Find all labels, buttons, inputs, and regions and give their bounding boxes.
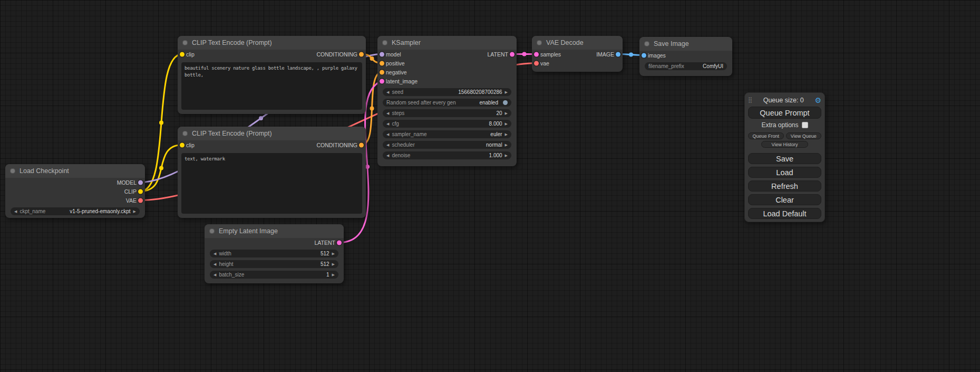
vae-output-dot[interactable] [138,198,143,203]
decrement-arrow-icon[interactable]: ◀ [386,90,389,94]
latent-image-input-dot[interactable] [380,79,384,83]
model-output-dot[interactable] [138,180,143,185]
load-default-button[interactable]: Load Default [748,208,821,219]
collapse-dot[interactable] [382,40,387,45]
slot-label: CONDITIONING [316,51,357,58]
view-queue-button[interactable]: View Queue [786,132,822,139]
node-titlebar[interactable]: CLIP Text Encode (Prompt) [178,36,366,50]
increment-arrow-icon[interactable]: ▶ [505,132,508,136]
conditioning-output-dot[interactable] [359,52,364,56]
collapse-dot[interactable] [644,41,649,46]
height-widget[interactable]: ◀ height 512 ▶ [210,260,338,268]
filename-prefix-widget[interactable]: filename_prefix ComfyUI [645,62,727,70]
decrement-arrow-icon[interactable]: ◀ [386,143,389,147]
node-titlebar[interactable]: Empty Latent Image [205,224,344,238]
slot-row: images [639,51,732,60]
increment-arrow-icon[interactable]: ▶ [133,209,136,213]
positive-input-dot[interactable] [380,61,384,65]
widget-label: cfg [392,121,399,127]
latent-output-dot[interactable] [337,240,342,245]
collapse-dot[interactable] [182,131,188,136]
node-titlebar[interactable]: Save Image [639,37,732,51]
decrement-arrow-icon[interactable]: ◀ [14,209,17,213]
node-empty-latent-image[interactable]: Empty Latent Image LATENT ◀ width 512 ▶ … [205,224,344,283]
image-output-dot[interactable] [616,52,620,56]
widget-value: ComfyUI [703,63,723,69]
queue-prompt-button[interactable]: Queue Prompt [748,107,821,119]
decrement-arrow-icon[interactable]: ◀ [386,111,389,115]
width-widget[interactable]: ◀ width 512 ▶ [210,250,338,257]
node-ksampler[interactable]: KSampler model LATENT positive negative … [377,36,517,166]
sampler-name-widget[interactable]: ◀ sampler_name euler ▶ [383,130,511,138]
vae-input-dot[interactable] [534,61,539,65]
node-clip-text-encode-negative[interactable]: CLIP Text Encode (Prompt) clip CONDITION… [178,127,366,218]
increment-arrow-icon[interactable]: ▶ [505,122,508,126]
settings-gear-icon[interactable]: ⚙ [814,96,821,104]
drag-handle-icon[interactable]: ⣿ [748,97,752,103]
negative-input-dot[interactable] [380,70,384,74]
refresh-button[interactable]: Refresh [748,180,821,192]
view-history-button[interactable]: View History [761,141,808,148]
node-titlebar[interactable]: CLIP Text Encode (Prompt) [178,127,366,140]
collapse-dot[interactable] [537,40,542,45]
clip-output-dot[interactable] [138,189,143,194]
node-vae-decode[interactable]: VAE Decode samples IMAGE vae [532,36,623,72]
increment-arrow-icon[interactable]: ▶ [505,143,508,147]
steps-widget[interactable]: ◀ steps 20 ▶ [383,109,511,117]
latent-output-dot[interactable] [510,52,515,56]
denoise-widget[interactable]: ◀ denoise 1.000 ▶ [383,151,511,159]
workflow-actions: Save Load Refresh Clear Load Default [748,153,821,219]
increment-arrow-icon[interactable]: ▶ [332,252,335,255]
load-button[interactable]: Load [748,167,821,178]
decrement-arrow-icon[interactable]: ◀ [214,252,216,255]
conditioning-output-dot[interactable] [359,142,364,147]
slot-label: IMAGE [596,51,614,58]
extra-options-checkbox[interactable] [802,122,808,128]
images-input-dot[interactable] [642,53,646,58]
increment-arrow-icon[interactable]: ▶ [505,154,508,157]
output-slot-clip: CLIP [5,187,145,196]
increment-arrow-icon[interactable]: ▶ [505,90,508,94]
slot-label: clip [186,51,195,58]
node-clip-text-encode-positive[interactable]: CLIP Text Encode (Prompt) clip CONDITION… [178,36,366,114]
widget-label: filename_prefix [648,63,684,69]
decrement-arrow-icon[interactable]: ◀ [214,273,216,276]
decrement-arrow-icon[interactable]: ◀ [214,262,216,266]
clip-input-dot[interactable] [180,52,185,56]
increment-arrow-icon[interactable]: ▶ [332,262,335,266]
scheduler-widget[interactable]: ◀ scheduler normal ▶ [383,141,511,149]
model-input-dot[interactable] [380,52,384,56]
clip-input-dot[interactable] [180,142,185,147]
node-load-checkpoint[interactable]: Load Checkpoint MODEL CLIP VAE ◀ ckpt_na… [5,164,145,218]
node-titlebar[interactable]: Load Checkpoint [5,164,145,178]
decrement-arrow-icon[interactable]: ◀ [386,122,389,126]
slot-label: samples [540,51,561,58]
toggle-knob[interactable] [503,100,508,105]
cfg-widget[interactable]: ◀ cfg 8.000 ▶ [383,120,511,128]
prompt-text-area[interactable]: beautiful scenery nature glass bottle la… [181,62,362,110]
decrement-arrow-icon[interactable]: ◀ [386,132,389,136]
widget-value: 20 [496,110,502,116]
ckpt-name-widget[interactable]: ◀ ckpt_name v1-5-pruned-emaonly.ckpt ▶ [11,207,140,215]
prompt-text-area[interactable]: text, watermark [181,153,362,214]
collapse-dot[interactable] [209,228,215,234]
node-titlebar[interactable]: VAE Decode [532,36,623,50]
samples-input-dot[interactable] [534,52,539,56]
widget-label: Random seed after every gen [386,100,456,106]
node-graph-canvas[interactable]: Load Checkpoint MODEL CLIP VAE ◀ ckpt_na… [0,0,980,372]
clear-button[interactable]: Clear [748,194,821,205]
decrement-arrow-icon[interactable]: ◀ [386,154,389,157]
slot-row: latent_image [377,77,517,85]
random-seed-toggle-widget[interactable]: Random seed after every gen enabled [383,99,511,107]
collapse-dot[interactable] [182,40,188,45]
widget-label: height [219,261,233,267]
node-save-image[interactable]: Save Image images filename_prefix ComfyU… [639,37,732,76]
increment-arrow-icon[interactable]: ▶ [505,111,508,115]
save-button[interactable]: Save [748,153,821,164]
batch-size-widget[interactable]: ◀ batch_size 1 ▶ [210,271,338,279]
increment-arrow-icon[interactable]: ▶ [332,273,335,276]
seed-widget[interactable]: ◀ seed 156680208700286 ▶ [383,88,511,96]
collapse-dot[interactable] [10,168,15,174]
node-titlebar[interactable]: KSampler [377,36,517,50]
queue-front-button[interactable]: Queue Front [748,132,784,139]
